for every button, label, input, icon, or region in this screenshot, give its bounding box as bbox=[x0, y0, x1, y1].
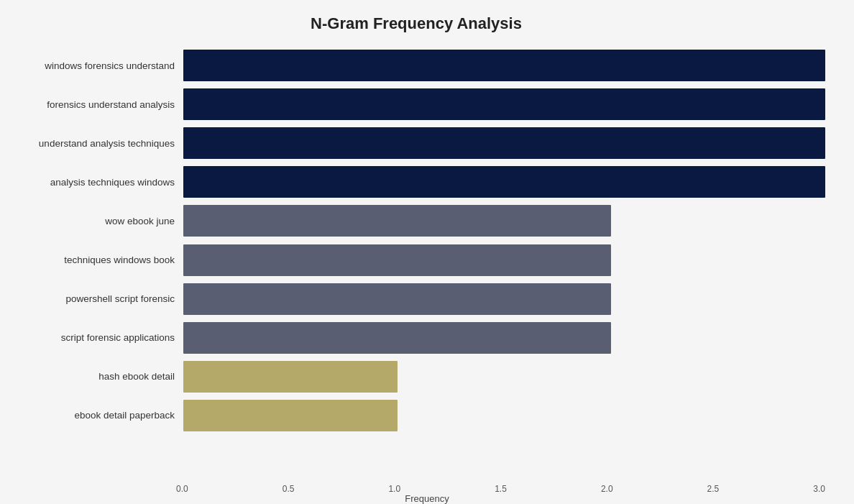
x-axis-label: 1.0 bbox=[388, 484, 400, 494]
bar-track bbox=[183, 50, 825, 81]
bar-row: script forensic applications bbox=[7, 319, 825, 357]
bar-track bbox=[183, 400, 825, 431]
bar-label: wow ebook june bbox=[7, 216, 183, 226]
x-axis-label: 2.0 bbox=[601, 484, 613, 494]
bar-fill bbox=[183, 166, 825, 198]
bar-label: techniques windows book bbox=[7, 255, 183, 265]
bar-track bbox=[183, 127, 825, 159]
bar-track bbox=[183, 88, 825, 120]
bar-fill bbox=[183, 127, 825, 159]
bar-row: hash ebook detail bbox=[7, 357, 825, 396]
bar-fill bbox=[183, 205, 611, 237]
bar-label: analysis techniques windows bbox=[7, 177, 183, 188]
bar-label: powershell script forensic bbox=[7, 293, 183, 304]
bar-fill bbox=[183, 88, 825, 120]
x-axis-labels: 0.00.51.01.52.02.53.0 bbox=[176, 484, 825, 494]
chart-area: windows forensics understandforensics un… bbox=[7, 46, 825, 435]
bar-fill bbox=[183, 50, 825, 81]
chart-container: N-Gram Frequency Analysis windows forens… bbox=[0, 0, 854, 504]
bar-row: understand analysis techniques bbox=[7, 124, 825, 162]
x-axis-label: 2.5 bbox=[707, 484, 720, 494]
x-axis-label: 0.5 bbox=[283, 484, 295, 494]
bar-row: analysis techniques windows bbox=[7, 162, 825, 201]
bar-row: ebook detail paperback bbox=[7, 396, 825, 435]
bar-row: powershell script forensic bbox=[7, 280, 825, 319]
bar-label: understand analysis techniques bbox=[7, 138, 183, 149]
bar-track bbox=[183, 244, 825, 276]
bar-fill bbox=[183, 244, 611, 276]
bar-label: windows forensics understand bbox=[7, 60, 183, 71]
bar-fill bbox=[183, 361, 398, 393]
bar-fill bbox=[183, 322, 611, 354]
bar-fill bbox=[183, 283, 611, 315]
chart-title: N-Gram Frequency Analysis bbox=[7, 14, 825, 33]
bar-track bbox=[183, 166, 825, 198]
bar-label: hash ebook detail bbox=[7, 371, 183, 382]
bar-track bbox=[183, 205, 825, 237]
bar-label: script forensic applications bbox=[7, 332, 183, 343]
x-axis-title: Frequency bbox=[0, 493, 854, 504]
bar-track bbox=[183, 322, 825, 354]
bar-row: wow ebook june bbox=[7, 201, 825, 240]
x-axis-label: 3.0 bbox=[813, 484, 825, 494]
bar-fill bbox=[183, 400, 398, 431]
bar-label: ebook detail paperback bbox=[7, 410, 183, 421]
bar-row: forensics understand analysis bbox=[7, 85, 825, 124]
bar-track bbox=[183, 283, 825, 315]
x-axis-label: 1.5 bbox=[495, 484, 507, 494]
x-axis-label: 0.0 bbox=[176, 484, 188, 494]
bar-row: techniques windows book bbox=[7, 240, 825, 279]
bar-row: windows forensics understand bbox=[7, 46, 825, 85]
bar-track bbox=[183, 361, 825, 393]
bar-label: forensics understand analysis bbox=[7, 99, 183, 110]
